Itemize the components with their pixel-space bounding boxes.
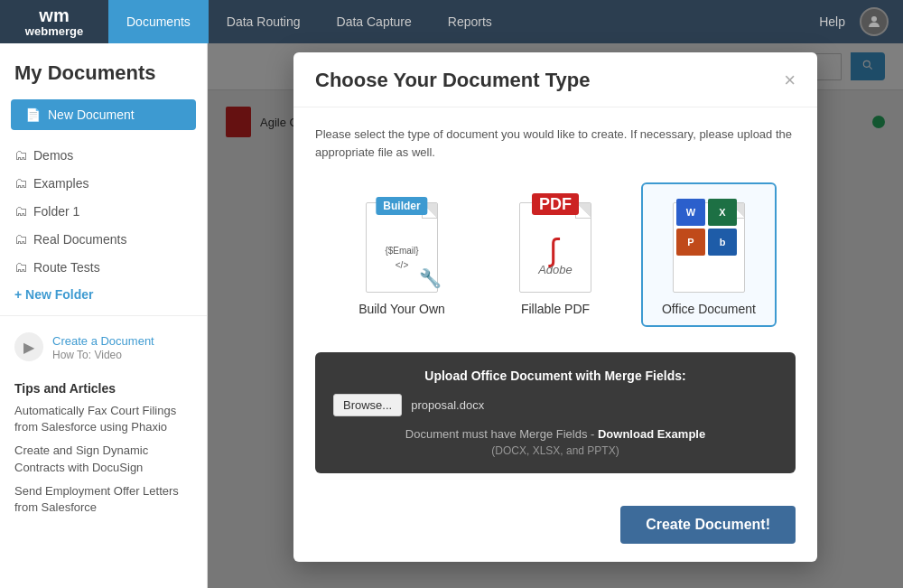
upload-area: Upload Office Document with Merge Fields… [315,352,796,473]
sidebar-item-examples[interactable]: 🗂 Examples [0,169,207,197]
nav-tab-reports[interactable]: Reports [430,0,510,43]
modal-description: Please select the type of document you w… [315,126,796,161]
browse-button[interactable]: Browse... [333,394,402,416]
folder-icon: 🗂 [14,175,28,191]
tip-3[interactable]: Send Employment Offer Letters from Sales… [14,483,192,516]
upload-title: Upload Office Document with Merge Fields… [333,369,777,383]
close-button[interactable]: × [784,70,796,90]
sidebar-item-real-documents[interactable]: 🗂 Real Documents [0,225,207,253]
tools-icon: 🔧 [419,267,442,289]
build-icon: Builder {$Email} </> 🔧 [357,193,447,293]
nav-tab-documents[interactable]: Documents [108,0,209,43]
folder-icon: 🗂 [14,259,28,275]
tips-title: Tips and Articles [14,381,192,396]
doc-type-pdf[interactable]: PDF ʃ Adobe Fillable PDF [488,182,623,327]
doc-type-office[interactable]: W X P b Office Document [641,182,777,327]
video-link[interactable]: Create a Document [52,334,154,348]
nav-tab-data-capture[interactable]: Data Capture [319,0,430,43]
video-section: ▶ Create a Document How To: Video [0,323,207,370]
logo: wm webmerge [0,0,108,43]
upload-note: Document must have Merge Fields - Downlo… [333,427,777,441]
sidebar-item-demos[interactable]: 🗂 Demos [0,141,207,169]
folder-icon: 🗂 [14,147,28,163]
powerpoint-icon: P [676,229,705,256]
pdf-icon: PDF ʃ Adobe [510,193,600,293]
new-document-button[interactable]: 📄 New Document [11,99,196,130]
play-icon[interactable]: ▶ [14,332,43,361]
adobe-label: Adobe [538,263,573,276]
office-label: Office Document [662,302,756,316]
sidebar-title: My Documents [0,43,207,96]
page-body: My Documents 📄 New Document 🗂 Demos 🗂 Ex… [0,43,903,588]
document-type-selector: Builder {$Email} </> 🔧 Build Your Own [315,182,796,327]
sidebar: My Documents 📄 New Document 🗂 Demos 🗂 Ex… [0,43,208,588]
user-avatar[interactable] [860,7,889,36]
sidebar-item-route-tests[interactable]: 🗂 Route Tests [0,253,207,281]
tips-section: Tips and Articles Automatically Fax Cour… [0,370,207,534]
office-icon: W X P b [664,193,754,293]
modal-title: Choose Your Document Type [315,69,590,92]
doc-type-build[interactable]: Builder {$Email} </> 🔧 Build Your Own [334,182,470,327]
main-content: Agile CRM - Sales Contract Choose Your D… [208,43,903,588]
download-example-link[interactable]: Download Example [598,427,705,441]
document-icon: 📄 [25,107,41,122]
video-subtitle: How To: Video [52,349,154,361]
word-icon: W [676,199,705,226]
sidebar-item-folder1[interactable]: 🗂 Folder 1 [0,197,207,225]
new-folder-button[interactable]: + New Folder [0,281,207,308]
folder-icon: 🗂 [14,203,28,219]
help-link[interactable]: Help [819,14,845,29]
file-name: proposal.docx [411,398,484,412]
office-extra-icon: b [708,229,737,256]
modal-overlay: Choose Your Document Type × Please selec… [208,43,903,588]
modal-footer: Create Document! [293,491,817,562]
nav-tab-data-routing[interactable]: Data Routing [209,0,319,43]
upload-formats: (DOCX, XLSX, and PPTX) [333,444,777,457]
modal-body: Please select the type of document you w… [293,107,817,491]
modal-dialog: Choose Your Document Type × Please selec… [293,52,817,562]
excel-icon: X [708,199,737,226]
create-document-button[interactable]: Create Document! [620,506,796,544]
divider [0,315,207,316]
top-nav: wm webmerge Documents Data Routing Data … [0,0,903,43]
tip-1[interactable]: Automatically Fax Court Filings from Sal… [14,403,192,435]
modal-header: Choose Your Document Type × [293,52,817,107]
svg-point-0 [871,16,877,22]
nav-right: Help [819,7,903,36]
nav-tabs: Documents Data Routing Data Capture Repo… [108,0,510,43]
pdf-label: Fillable PDF [521,302,590,316]
build-label: Build Your Own [358,302,445,316]
pdf-swirl-icon: ʃ [549,235,559,266]
tip-2[interactable]: Create and Sign Dynamic Contracts with D… [14,443,192,475]
folder-icon: 🗂 [14,231,28,247]
